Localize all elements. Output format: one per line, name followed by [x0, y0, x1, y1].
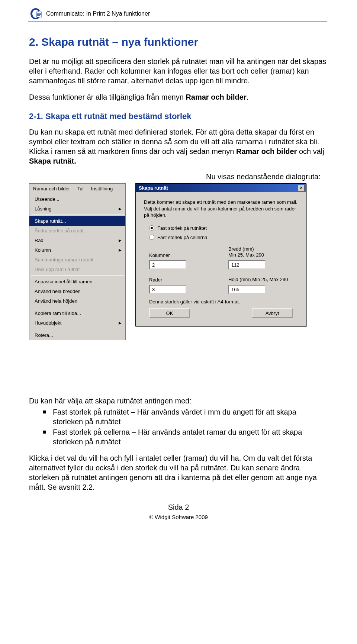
header: Communicate: In Print 2 Nya funktioner	[29, 7, 328, 21]
menu-item: Ändra storlek på rutnät...	[29, 226, 125, 235]
list-item: Fast storlek på cellerna – Här används a…	[53, 427, 328, 447]
dialog-title-bar: Skapa rutnät ×	[136, 184, 306, 192]
menu-bar-item-installning[interactable]: Inställning	[87, 184, 117, 194]
cancel-button[interactable]: Avbryt	[252, 308, 293, 318]
menu-item[interactable]: Kopiera ram till sida...	[29, 308, 125, 318]
submenu-arrow-icon: ▶	[119, 248, 122, 252]
menu-item: Dela upp ram i rutnät	[29, 264, 125, 274]
heading-2: 2-1. Skapa ett rutnät med bestämd storle…	[29, 112, 328, 121]
footer-page: Sida 2	[29, 503, 328, 512]
menu-item[interactable]: Låsning▶	[29, 204, 125, 213]
submenu-arrow-icon: ▶	[119, 207, 122, 211]
menu-separator	[31, 307, 124, 307]
dialog-skapa-rutnat: Skapa rutnät × Detta kommer att skapa et…	[135, 183, 306, 326]
radio-label: Fast storlek på rutnätet	[157, 225, 207, 231]
menu-item-label: Ändra storlek på rutnät...	[35, 228, 87, 234]
menu-item-label: Använd hela höjden	[35, 298, 77, 304]
outro-paragraph: Klicka i det val du vill ha och fyll i a…	[29, 453, 328, 492]
menu-item[interactable]: Utseende...	[29, 194, 125, 204]
menu-separator	[31, 215, 124, 215]
menu-item-label: Dela upp ram i rutnät	[35, 267, 80, 272]
options-list: Fast storlek på rutnätet – Här används v…	[29, 407, 328, 447]
radio-icon	[149, 235, 154, 240]
menu-item[interactable]: Skapa rutnät...	[29, 216, 125, 226]
section-paragraph: Du kan nu skapa ett rutnät med definiera…	[29, 127, 328, 166]
dialog-note: Denna storlek gäller vid uskrift i A4-fo…	[149, 299, 293, 305]
list-item: Fast storlek på rutnätet – Här används v…	[53, 407, 328, 426]
menu-item[interactable]: Kolumn▶	[29, 245, 125, 255]
menu-item-label: Kolumn	[35, 247, 51, 253]
menu-screenshot: Ramar och bilder Tal Inställning Utseend…	[29, 183, 126, 340]
menu-separator	[31, 329, 124, 329]
menu-item-label: Anpassa innehåll till ramen	[35, 279, 92, 284]
menu-item-label: Sammanfoga ramar i rutnät	[35, 257, 93, 263]
menu-bar-item-ramar[interactable]: Ramar och bilder	[29, 184, 74, 194]
menu-item-label: Låsning	[35, 206, 52, 212]
menu-item-label: Rotera...	[35, 332, 53, 338]
close-icon[interactable]: ×	[298, 185, 305, 191]
radio-fast-celler[interactable]: Fast storlek på cellerna	[144, 235, 298, 240]
rader-label: Rader	[149, 277, 213, 283]
menu-item-label: Rad	[35, 238, 44, 243]
heading-1: 2. Skapa rutnät – nya funktioner	[29, 36, 328, 48]
submenu-arrow-icon: ▶	[119, 238, 122, 242]
rader-input[interactable]	[149, 285, 186, 294]
dialog-intro-text: Detta kommer att skapa ett rutnät med de…	[144, 199, 298, 219]
menu-item[interactable]: Anpassa innehåll till ramen	[29, 277, 125, 286]
menu-item-label: Använd hela bredden	[35, 289, 81, 294]
menu-item-label: Skapa rutnät...	[35, 218, 66, 224]
submenu-arrow-icon: ▶	[119, 321, 122, 325]
menu-item-label: Utseende...	[35, 196, 60, 202]
menu-list: Utseende...Låsning▶Skapa rutnät...Ändra …	[29, 194, 125, 340]
intro-paragraph-1: Det är nu möjligt att specificera den st…	[29, 57, 328, 86]
bredd-input[interactable]	[228, 260, 266, 269]
menu-bar: Ramar och bilder Tal Inställning	[29, 184, 125, 194]
kolumner-input[interactable]	[149, 260, 186, 269]
intro-paragraph-2: Dessa funktioner är alla tillgängliga fr…	[29, 92, 328, 102]
menu-item[interactable]: Använd hela bredden	[29, 286, 125, 296]
menu-item-label: Kopiera ram till sida...	[35, 310, 81, 316]
radio-fast-rutnat[interactable]: Fast storlek på rutnätet	[144, 225, 298, 231]
menu-separator	[31, 275, 124, 276]
bredd-label: Bredd (mm) Min 25, Max 290	[228, 246, 293, 258]
menu-item[interactable]: Rotera...	[29, 330, 125, 340]
ok-button[interactable]: OK	[149, 308, 190, 318]
app-logo-icon	[29, 7, 42, 21]
dialog-caption: Nu visas nedanstående dialogruta:	[29, 173, 328, 181]
list-intro: Du kan här välja att skapa rutnätet anti…	[29, 396, 328, 406]
dialog-title: Skapa rutnät	[139, 185, 168, 191]
menu-item: Sammanfoga ramar i rutnät	[29, 255, 125, 264]
menu-item-label: Huvudobjekt	[35, 320, 61, 326]
header-title: Communicate: In Print 2 Nya funktioner	[46, 10, 150, 17]
menu-item[interactable]: Huvudobjekt▶	[29, 318, 125, 328]
hojd-input[interactable]	[228, 285, 266, 294]
footer: Sida 2 © Widgit Software 2009	[29, 503, 328, 520]
radio-label: Fast storlek på cellerna	[157, 235, 207, 240]
footer-copyright: © Widgit Software 2009	[29, 514, 328, 520]
radio-icon	[149, 225, 154, 231]
kolumner-label: Kolumner	[149, 252, 213, 258]
menu-item[interactable]: Använd hela höjden	[29, 296, 125, 306]
hojd-label: Höjd (mm) Min 25, Max 290	[228, 277, 293, 283]
menu-bar-item-tal[interactable]: Tal	[74, 184, 87, 194]
header-underline	[28, 22, 327, 22]
menu-item[interactable]: Rad▶	[29, 235, 125, 245]
